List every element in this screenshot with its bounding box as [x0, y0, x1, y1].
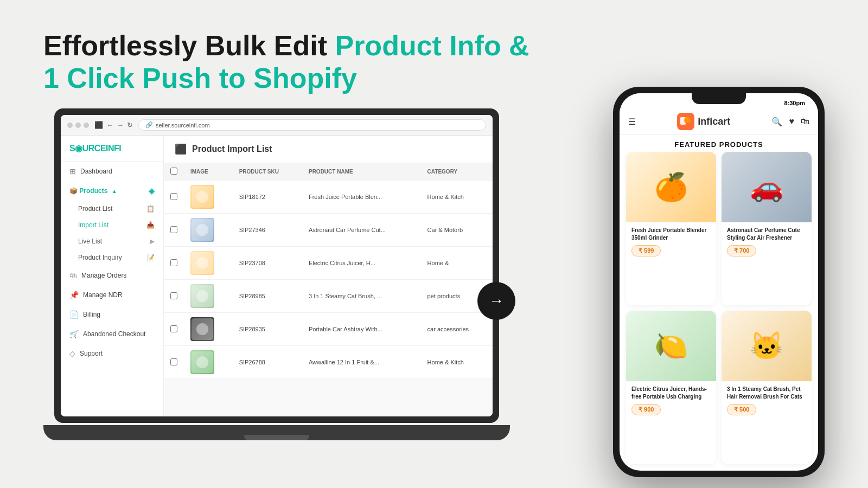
sidebar-item-import-list[interactable]: Import List 📥 — [61, 217, 163, 233]
sidebar-item-support[interactable]: ◇ Support — [61, 344, 163, 363]
phone-nav-icons: 🔍 ♥ 🛍 — [771, 117, 809, 127]
browser-forward-button[interactable]: → — [117, 121, 124, 129]
browser-back-button[interactable]: ← — [106, 121, 113, 129]
phone-product-card-3[interactable]: 🐱 3 In 1 Steamy Cat Brush, Pet Hair Remo… — [722, 311, 812, 464]
row-name-4: Portable Car Ashtray With... — [302, 313, 421, 346]
sidebar-label-billing: Billing — [83, 311, 100, 318]
sidebar-item-manage-orders[interactable]: 🛍 Manage Orders — [61, 266, 163, 285]
product-price-badge-1: ₹ 700 — [727, 245, 756, 256]
row-checkbox-2[interactable] — [170, 259, 177, 266]
row-checkbox-cell — [164, 313, 184, 346]
table-row: SIP28935 Portable Car Ashtray With... ca… — [164, 313, 493, 346]
sidebar-item-products[interactable]: 📦 Products ▲ ◈ — [61, 181, 163, 201]
svg-point-3 — [196, 224, 208, 236]
sidebar-label-live-list: Live List — [78, 237, 102, 245]
browser-dot-green — [84, 123, 89, 128]
sidebar-item-billing[interactable]: 📄 Billing — [61, 305, 163, 324]
phone-product-card-0[interactable]: 🍊 Fresh Juice Portable Blender 350ml Gri… — [626, 152, 716, 305]
row-sku-3: SIP28985 — [233, 280, 302, 313]
col-sku: PRODUCT SKU — [233, 163, 302, 181]
product-card-name-1: Astronaut Car Perfume Cute Styling Car A… — [727, 227, 806, 242]
products-icon: 📦 — [69, 187, 78, 195]
row-checkbox-4[interactable] — [170, 325, 177, 332]
row-category-2: Home & — [421, 247, 493, 280]
sidebar-item-live-list[interactable]: Live List ▶ — [61, 233, 163, 249]
product-inquiry-icon: 📝 — [146, 254, 155, 261]
product-thumbnail-1 — [190, 218, 214, 242]
hamburger-icon[interactable]: ☰ — [628, 117, 636, 127]
ndr-icon: 📌 — [69, 291, 79, 299]
product-thumbnail-3 — [190, 284, 214, 308]
sidebar-item-abandoned-checkout[interactable]: 🛒 Abandoned Checkout — [61, 324, 163, 344]
row-sku-2: SIP23708 — [233, 247, 302, 280]
product-thumbnail-0 — [190, 185, 214, 209]
sidebar-label-dashboard: Dashboard — [80, 168, 112, 175]
product-table[interactable]: IMAGE PRODUCT SKU PRODUCT NAME CATEGORY — [164, 163, 493, 416]
row-sku-5: SIP26788 — [233, 346, 302, 379]
hero-line1-teal: Product Info & — [335, 30, 529, 61]
product-card-name-3: 3 In 1 Steamy Cat Brush, Pet Hair Remova… — [727, 386, 806, 401]
product-list-icon: 📋 — [146, 205, 155, 213]
product-price-badge-0: ₹ 599 — [631, 245, 661, 256]
row-checkbox-cell — [164, 181, 184, 214]
row-checkbox-cell — [164, 247, 184, 280]
sidebar-item-manage-ndr[interactable]: 📌 Manage NDR — [61, 285, 163, 305]
import-list-icon: 📥 — [146, 221, 155, 229]
browser-dots — [67, 123, 89, 128]
browser-refresh-button[interactable]: ↻ — [127, 121, 133, 129]
sidebar-label-manage-ndr: Manage NDR — [83, 291, 123, 299]
row-checkbox-1[interactable] — [170, 226, 177, 233]
browser-dot-red — [67, 123, 73, 128]
table-row: SIP26788 Awwalline 12 In 1 Fruit &... Ho… — [164, 346, 493, 379]
address-bar[interactable]: 🔗 seller.sourceinfi.com — [138, 119, 486, 131]
sidebar-item-product-inquiry[interactable]: Product Inquiry 📝 — [61, 249, 163, 266]
phone-products-grid: 🍊 Fresh Juice Portable Blender 350ml Gri… — [620, 152, 818, 471]
svg-point-9 — [196, 323, 208, 335]
phone-mockup: 8:30pm ☰ inficart 🔍 — [613, 87, 825, 477]
product-card-name-2: Electric Citrus Juicer, Hands-free Porta… — [631, 386, 711, 401]
table-row: SIP27346 Astronaut Car Perfume Cut... Ca… — [164, 214, 493, 247]
sidebar-label-support: Support — [80, 350, 103, 357]
product-card-body-2: Electric Citrus Juicer, Hands-free Porta… — [626, 381, 716, 420]
hero-line2-teal: 1 Click Push to Shopify — [43, 62, 357, 94]
phone-notch — [692, 93, 746, 104]
phone-logo: inficart — [677, 113, 730, 130]
svg-point-11 — [196, 356, 208, 368]
featured-title: FEATURED PRODUCTS — [620, 135, 818, 152]
row-checkbox-cell — [164, 280, 184, 313]
row-image-4 — [184, 313, 233, 346]
col-image: IMAGE — [184, 163, 233, 181]
hero-heading: Effortlessly Bulk Edit Product Info & 1 … — [43, 30, 529, 95]
row-image-2 — [184, 247, 233, 280]
url-text: seller.sourceinfi.com — [156, 122, 210, 129]
laptop-screen: ⬛ ← → ↻ 🔗 seller.sourceinfi.com S◉URCEIN… — [61, 115, 493, 416]
product-thumbnail-2 — [190, 251, 214, 275]
row-checkbox-cell — [164, 346, 184, 379]
phone-time: 8:30pm — [784, 100, 805, 106]
col-name: PRODUCT NAME — [302, 163, 421, 181]
sidebar-item-dashboard[interactable]: ⊞ Dashboard — [61, 162, 163, 181]
hero-line1-black: Effortlessly Bulk Edit — [43, 30, 335, 61]
row-sku-4: SIP28935 — [233, 313, 302, 346]
phone-logo-icon — [677, 113, 694, 130]
phone-brand-name: inficart — [698, 116, 730, 127]
row-checkbox-0[interactable] — [170, 193, 177, 200]
row-category-0: Home & Kitch — [421, 181, 493, 214]
row-checkbox-5[interactable] — [170, 358, 177, 365]
app-layout: S◉URCEINFI ⊞ Dashboard 📦 Products ▲ — [61, 136, 493, 416]
sidebar-item-product-list[interactable]: Product List 📋 — [61, 201, 163, 217]
cart-icon[interactable]: 🛍 — [801, 117, 809, 127]
phone-product-card-1[interactable]: 🚗 Astronaut Car Perfume Cute Styling Car… — [722, 152, 812, 305]
row-name-1: Astronaut Car Perfume Cut... — [302, 214, 421, 247]
product-card-image-0: 🍊 — [626, 152, 716, 222]
arrow-icon: → — [489, 292, 504, 310]
import-table: IMAGE PRODUCT SKU PRODUCT NAME CATEGORY — [164, 163, 493, 379]
svg-point-1 — [196, 191, 208, 203]
row-checkbox-3[interactable] — [170, 292, 177, 299]
search-icon[interactable]: 🔍 — [771, 117, 782, 127]
select-all-checkbox[interactable] — [170, 168, 177, 175]
browser-sidebar-icon[interactable]: ⬛ — [94, 121, 103, 129]
sidebar: S◉URCEINFI ⊞ Dashboard 📦 Products ▲ — [61, 136, 164, 416]
phone-product-card-2[interactable]: 🍋 Electric Citrus Juicer, Hands-free Por… — [626, 311, 716, 464]
wishlist-icon[interactable]: ♥ — [789, 117, 794, 127]
